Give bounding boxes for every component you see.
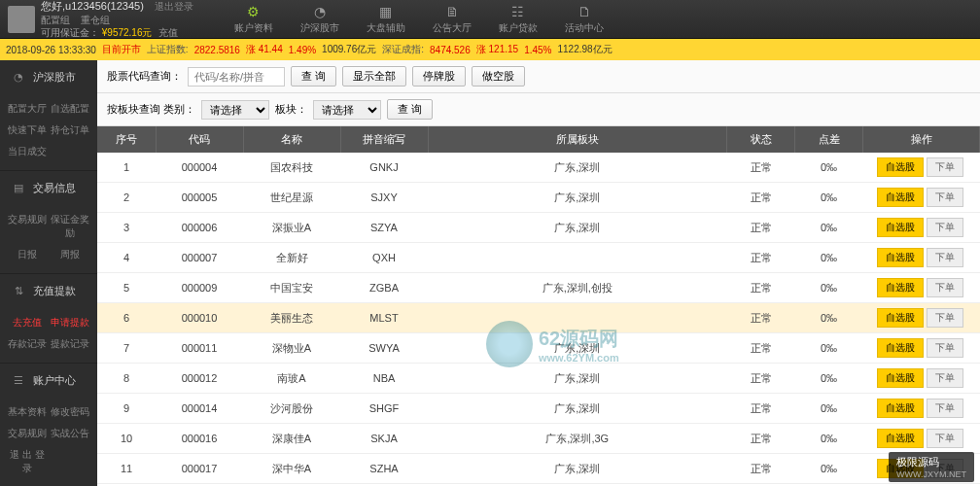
cell-seq: 6 — [97, 303, 156, 333]
self-select-button[interactable]: 自选股 — [877, 368, 924, 388]
order-button[interactable]: 下单 — [927, 338, 963, 358]
top-nav-item[interactable]: 🗎公告大厅 — [419, 0, 485, 39]
order-button[interactable]: 下单 — [927, 218, 963, 237]
table-header[interactable]: 所属板块 — [428, 126, 727, 153]
table-header[interactable]: 状态 — [727, 126, 795, 153]
side-item[interactable]: 保证金奖励 — [49, 209, 91, 244]
side-item[interactable]: 配置大厅 — [6, 98, 49, 120]
cell-plate: 广东,深圳 — [428, 364, 727, 394]
show-all-button[interactable]: 显示全部 — [342, 66, 406, 87]
side-item[interactable]: 交易规则 — [6, 423, 49, 444]
self-select-button[interactable]: 自选股 — [877, 429, 924, 448]
side-item[interactable]: 持仓订单 — [49, 120, 91, 141]
table-row[interactable]: 10 000016 深康佳A SKJA 广东,深圳,3G 正常 0‰ 自选股下单 — [97, 424, 980, 454]
table-row[interactable]: 9 000014 沙河股份 SHGF 广东,深圳 正常 0‰ 自选股下单 — [97, 394, 980, 424]
side-head[interactable]: ☰账户中心 — [0, 364, 97, 398]
order-button[interactable]: 下单 — [927, 429, 963, 448]
side-item[interactable]: 日报 — [6, 244, 49, 265]
table-row[interactable]: 3 000006 深振业A SZYA 广东,深圳 正常 0‰ 自选股下单 — [97, 213, 980, 243]
side-item[interactable]: 实战公告 — [49, 423, 91, 444]
side-item[interactable]: 周报 — [49, 244, 91, 265]
side-item[interactable]: 存款记录 — [6, 333, 49, 355]
side-item[interactable]: 当日成交 — [6, 141, 49, 162]
cell-py: SJXY — [340, 183, 428, 213]
table-row[interactable]: 8 000012 南玻A NBA 广东,深圳 正常 0‰ 自选股下单 — [97, 364, 980, 394]
side-item[interactable]: 修改密码 — [49, 401, 91, 423]
order-button[interactable]: 下单 — [927, 278, 963, 297]
recharge-link[interactable]: 充值 — [158, 27, 178, 38]
order-button[interactable]: 下单 — [927, 188, 963, 207]
table-wrap[interactable]: 序号代码名称拼音缩写所属板块状态点差操作 1 000004 国农科技 GNKJ … — [97, 126, 980, 486]
nav-icon: ◔ — [300, 4, 339, 19]
plate-search-button[interactable]: 查 询 — [387, 99, 433, 120]
category-select[interactable]: 请选择 — [201, 100, 269, 120]
top-nav-item[interactable]: ⚙账户资料 — [221, 0, 287, 39]
table-row[interactable]: 4 000007 全新好 QXH 正常 0‰ 自选股下单 — [97, 243, 980, 273]
table-row[interactable]: 5 000009 中国宝安 ZGBA 广东,深圳,创投 正常 0‰ 自选股下单 — [97, 273, 980, 303]
cell-plate: 广东,深圳 — [428, 333, 727, 364]
self-select-button[interactable]: 自选股 — [877, 278, 924, 297]
top-nav-item[interactable]: 🗋活动中心 — [551, 0, 617, 39]
nav-icon: ☷ — [499, 4, 538, 19]
logout-link[interactable]: 退出登录 — [155, 1, 193, 12]
nav-label: 沪深股市 — [300, 22, 339, 33]
self-select-button[interactable]: 自选股 — [877, 157, 924, 177]
cell-py: SZHA — [340, 454, 428, 484]
cell-op: 自选股下单 — [863, 243, 980, 273]
order-button[interactable]: 下单 — [927, 399, 963, 418]
self-select-button[interactable]: 自选股 — [877, 338, 924, 358]
margin-value: ¥9572.16元 — [102, 27, 153, 38]
table-header[interactable]: 点差 — [795, 126, 863, 153]
side-item[interactable]: 申请提款 — [49, 312, 91, 333]
suspended-button[interactable]: 停牌股 — [412, 66, 466, 87]
self-select-button[interactable]: 自选股 — [877, 218, 924, 237]
table-row[interactable]: 6 000010 美丽生态 MLST 正常 0‰ 自选股下单 — [97, 303, 980, 333]
side-head[interactable]: ▤交易信息 — [0, 171, 97, 205]
datetime: 2018-09-26 13:33:30 — [6, 45, 96, 55]
cell-plate: 广东,深圳 — [428, 394, 727, 424]
order-button[interactable]: 下单 — [927, 308, 963, 328]
side-item[interactable]: 提款记录 — [49, 333, 91, 355]
cell-code: 000007 — [156, 243, 243, 273]
search-button[interactable]: 查 询 — [291, 66, 336, 87]
table-row[interactable]: 11 000017 深中华A SZHA 广东,深圳 正常 0‰ 自选股下单 — [97, 454, 980, 484]
self-select-button[interactable]: 自选股 — [877, 248, 924, 267]
self-select-button[interactable]: 自选股 — [877, 308, 924, 328]
order-button[interactable]: 下单 — [927, 248, 963, 267]
top-nav-item[interactable]: ◔沪深股市 — [287, 0, 353, 39]
code-input[interactable] — [188, 67, 285, 87]
table-header[interactable]: 操作 — [863, 126, 980, 153]
user-info: 您好,u123456(12345) 退出登录 配置组 重仓组 可用保证金： ¥9… — [41, 0, 193, 39]
side-head[interactable]: ◔沪深股市 — [0, 60, 97, 94]
side-item[interactable]: 自选配置 — [49, 98, 91, 120]
plate-select[interactable]: 请选择 — [313, 100, 381, 120]
top-nav-item[interactable]: ▦大盘辅助 — [353, 0, 419, 39]
self-select-button[interactable]: 自选股 — [877, 188, 924, 207]
order-button[interactable]: 下单 — [927, 368, 963, 388]
table-row[interactable]: 7 000011 深物业A SWYA 广东,深圳 正常 0‰ 自选股下单 — [97, 333, 980, 364]
side-head[interactable]: ⇅充值提款 — [0, 274, 97, 308]
short-button[interactable]: 做空股 — [472, 66, 525, 87]
side-item[interactable]: 基本资料 — [6, 401, 49, 423]
side-item[interactable]: 去充值 — [6, 312, 49, 333]
side-items: 交易规则保证金奖励日报周报 — [0, 205, 97, 273]
side-item[interactable]: 交易规则 — [6, 209, 49, 244]
self-select-button[interactable]: 自选股 — [877, 399, 924, 418]
cell-py: ZGBA — [340, 273, 428, 303]
sh-label: 上证指数: — [147, 43, 189, 56]
table-header[interactable]: 名称 — [243, 126, 340, 153]
table-header[interactable]: 序号 — [97, 126, 156, 153]
user-box: 您好,u123456(12345) 退出登录 配置组 重仓组 可用保证金： ¥9… — [0, 0, 201, 39]
top-nav-item[interactable]: ☷账户贷款 — [485, 0, 551, 39]
cell-code: 000005 — [156, 183, 243, 213]
table-header[interactable]: 拼音缩写 — [340, 126, 428, 153]
side-section: ▤交易信息交易规则保证金奖励日报周报 — [0, 171, 97, 274]
side-item[interactable]: 退 出 登 录 — [6, 444, 49, 479]
order-button[interactable]: 下单 — [927, 157, 963, 177]
table-row[interactable]: 2 000005 世纪星源 SJXY 广东,深圳 正常 0‰ 自选股下单 — [97, 183, 980, 213]
side-item[interactable]: 快速下单 — [6, 120, 49, 141]
table-row[interactable]: 1 000004 国农科技 GNKJ 广东,深圳 正常 0‰ 自选股下单 — [97, 153, 980, 183]
avatar[interactable] — [8, 6, 35, 33]
table-header[interactable]: 代码 — [156, 126, 243, 153]
cell-code: 000016 — [156, 424, 243, 454]
